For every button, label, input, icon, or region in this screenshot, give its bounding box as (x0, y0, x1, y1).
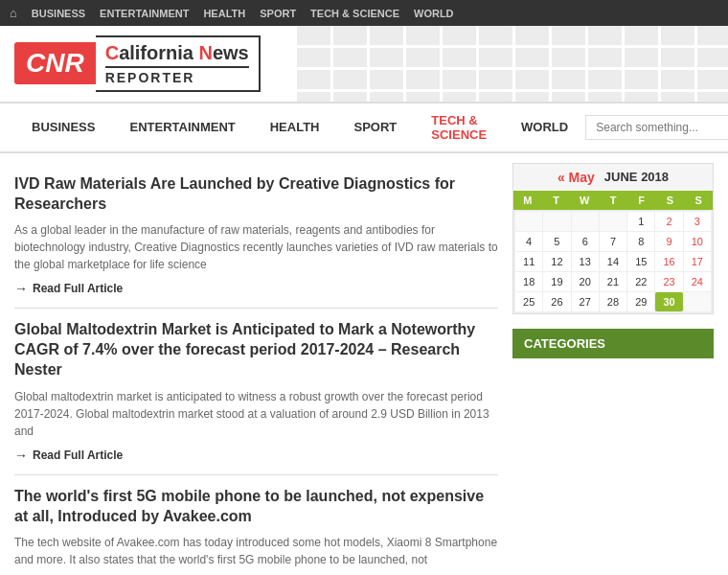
cal-cell[interactable]: 1 (627, 212, 654, 231)
article-2-read-more-label: Read Full Article (33, 448, 123, 462)
content-wrapper: IVD Raw Materials Are Launched by Creati… (0, 153, 728, 575)
nav-sport[interactable]: SPORT (337, 110, 415, 144)
cal-cell[interactable]: 23 (655, 272, 682, 291)
cal-cell[interactable]: 2 (655, 212, 682, 231)
header-pattern (297, 26, 728, 102)
cal-cell[interactable]: 27 (572, 292, 599, 311)
categories-header: CATEGORIES (512, 329, 714, 358)
nav-entertainment[interactable]: ENTERTAINMENT (112, 110, 252, 144)
topnav-tech-science[interactable]: TECH & SCIENCE (310, 8, 399, 19)
cal-cell[interactable]: 20 (572, 272, 599, 291)
cal-cell[interactable]: 22 (627, 272, 654, 291)
cal-cell[interactable]: 17 (684, 252, 711, 271)
cal-header: « May JUNE 2018 (513, 164, 713, 191)
main-nav: BUSINESS ENTERTAINMENT HEALTH SPORT TECH… (0, 102, 728, 153)
cal-cell[interactable]: 25 (515, 292, 542, 311)
cal-day-s2: S (684, 195, 713, 206)
cal-cell[interactable]: 8 (627, 232, 654, 251)
cal-cell[interactable]: 15 (627, 252, 654, 271)
sidebar: « May JUNE 2018 M T W T F S S 1234567891… (512, 163, 714, 575)
logo-reporter: REPORTER (105, 66, 249, 86)
cal-cell[interactable]: 12 (543, 252, 570, 271)
article-1: IVD Raw Materials Are Launched by Creati… (14, 163, 498, 310)
cal-cell[interactable]: 11 (515, 252, 542, 271)
article-2-link[interactable]: Global Maltodextrin Market is Anticipate… (14, 321, 475, 378)
cal-cell[interactable]: 24 (684, 272, 711, 291)
cal-cell[interactable]: 14 (600, 252, 626, 271)
topnav-world[interactable]: WORLD (414, 8, 454, 19)
cal-cell (543, 212, 570, 231)
cal-cell[interactable]: 6 (572, 232, 599, 251)
topnav-entertainment[interactable]: ENTERTAINMENT (100, 8, 189, 19)
cal-cell[interactable]: 18 (515, 272, 542, 291)
cal-cell[interactable]: 19 (543, 272, 570, 291)
cal-prev[interactable]: « May (557, 170, 595, 185)
cal-day-m: M (513, 195, 542, 206)
cal-day-t1: T (542, 195, 571, 206)
logo-text: California News REPORTER (96, 35, 261, 92)
cal-cell[interactable]: 4 (515, 232, 542, 251)
article-1-title: IVD Raw Materials Are Launched by Creati… (14, 174, 498, 215)
search-input[interactable] (585, 115, 728, 140)
cal-cell[interactable]: 9 (655, 232, 682, 251)
article-3: The world's first 5G mobile phone to be … (14, 475, 498, 575)
cal-cell[interactable]: 28 (600, 292, 626, 311)
search-container (585, 115, 728, 140)
cal-cell[interactable]: 13 (572, 252, 599, 271)
cal-cell[interactable]: 21 (600, 272, 626, 291)
cal-grid: 1234567891011121314151617181920212223242… (513, 210, 713, 313)
article-2-excerpt: Global maltodextrin market is anticipate… (14, 388, 498, 440)
cal-cell (515, 212, 542, 231)
nav-tech-science[interactable]: TECH & SCIENCE (414, 104, 504, 151)
cal-cell[interactable]: 5 (543, 232, 570, 251)
article-2: Global Maltodextrin Market is Anticipate… (14, 309, 498, 474)
cal-day-s1: S (656, 195, 685, 206)
cal-cell (572, 212, 599, 231)
header: CNR California News REPORTER (0, 26, 728, 102)
article-1-link[interactable]: IVD Raw Materials Are Launched by Creati… (14, 175, 455, 212)
article-1-read-more[interactable]: → Read Full Article (14, 281, 123, 296)
cal-day-t2: T (599, 195, 627, 206)
article-3-link[interactable]: The world's first 5G mobile phone to be … (14, 488, 484, 524)
cal-day-f: F (627, 195, 656, 206)
logo-california: California News (105, 41, 249, 64)
article-3-title: The world's first 5G mobile phone to be … (14, 487, 498, 527)
nav-health[interactable]: HEALTH (253, 110, 337, 144)
article-3-excerpt: The tech website of Avakee.com has today… (14, 534, 498, 568)
cal-cell[interactable]: 30 (655, 292, 682, 311)
top-nav: ⌂ BUSINESS ENTERTAINMENT HEALTH SPORT TE… (0, 0, 728, 26)
arrow-icon: → (14, 281, 28, 296)
cal-month-year: JUNE 2018 (604, 170, 669, 184)
cal-cell[interactable]: 16 (655, 252, 682, 271)
cal-cell[interactable]: 29 (627, 292, 654, 311)
article-1-read-more-label: Read Full Article (33, 282, 123, 295)
home-icon[interactable]: ⌂ (10, 6, 17, 20)
cal-cell[interactable]: 7 (600, 232, 626, 251)
logo: CNR California News REPORTER (14, 35, 261, 92)
topnav-health[interactable]: HEALTH (203, 8, 245, 19)
cal-days-header: M T W T F S S (513, 191, 713, 210)
article-2-read-more[interactable]: → Read Full Article (14, 448, 123, 463)
cal-cell (684, 292, 711, 311)
article-1-excerpt: As a global leader in the manufacture of… (14, 221, 498, 273)
cal-cell (600, 212, 626, 231)
article-2-title: Global Maltodextrin Market is Anticipate… (14, 320, 498, 380)
nav-business[interactable]: BUSINESS (14, 110, 112, 144)
main-content: IVD Raw Materials Are Launched by Creati… (14, 163, 498, 575)
logo-icon: CNR (14, 42, 96, 84)
topnav-sport[interactable]: SPORT (260, 8, 296, 19)
nav-world[interactable]: WORLD (504, 110, 585, 144)
calendar: « May JUNE 2018 M T W T F S S 1234567891… (512, 163, 714, 314)
cal-day-w: W (570, 195, 599, 206)
topnav-business[interactable]: BUSINESS (32, 8, 85, 19)
cal-cell[interactable]: 26 (543, 292, 570, 311)
cal-cell[interactable]: 3 (684, 212, 711, 231)
cal-cell[interactable]: 10 (684, 232, 711, 251)
arrow-icon-2: → (14, 448, 28, 463)
